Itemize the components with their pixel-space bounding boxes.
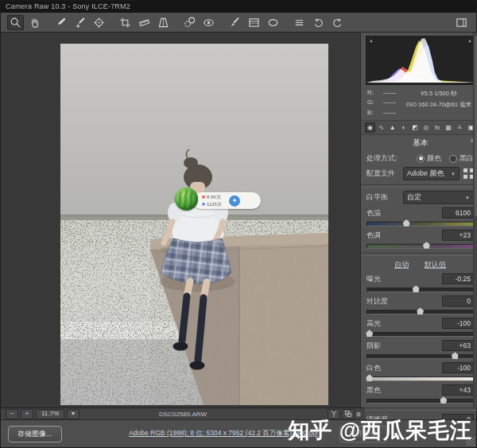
treatment-label: 处理方式: (366, 153, 398, 164)
highlight-clipping-indicator[interactable]: ▲ (467, 37, 472, 44)
tab-split-toning[interactable]: ◩ (409, 122, 420, 133)
divider (361, 184, 477, 187)
white-balance-tool[interactable] (52, 15, 69, 30)
panel-title: 基本 (413, 138, 429, 147)
toggle-fullscreen-button[interactable] (453, 15, 470, 30)
targeted-adjustment-tool[interactable] (91, 15, 107, 30)
panel-scrollbar[interactable] (473, 33, 477, 407)
basic-panel-body: 处理方式: 颜色黑白 配置文件 Adobe 颜色 ▼ 白平衡 自定 (361, 150, 477, 448)
slider-track[interactable] (366, 399, 474, 404)
slider-thumb[interactable] (440, 396, 447, 404)
shadow-clipping-indicator[interactable]: ▲ (369, 37, 374, 44)
slider-row: 白色 -100 (366, 362, 474, 373)
slider-value-field[interactable]: -100 (442, 362, 474, 373)
slider-track[interactable] (366, 377, 474, 381)
slider-label: 高光 (366, 319, 381, 329)
save-image-button[interactable]: 存储图像... (8, 426, 62, 442)
redeye-icon (203, 17, 215, 29)
red-eye-tool[interactable] (200, 15, 217, 30)
slider-thumb[interactable] (423, 241, 430, 249)
treatment-radio-1[interactable] (449, 155, 457, 163)
menu-icon (293, 17, 305, 29)
photo-preview[interactable]: 8.0K次 1126次 ✦ (60, 44, 328, 405)
rotate-right-button[interactable] (329, 15, 346, 30)
slider-value-field[interactable]: -0.25 (442, 273, 474, 284)
grad-icon (248, 17, 260, 29)
profile-dropdown[interactable]: Adobe 颜色 ▼ (403, 167, 460, 180)
auto-link[interactable]: 自动 (394, 260, 409, 270)
graduated-filter-tool[interactable] (246, 15, 262, 30)
tab-calibration[interactable]: ▦ (444, 122, 454, 133)
tab-effects[interactable]: fx (432, 122, 443, 133)
slider-track[interactable] (366, 222, 474, 226)
sticker-stat-row: 1126次 (202, 201, 248, 208)
tone-sliders: 曝光 -0.25 对比度 0 高光 -100 阴影 +63 白色 -100 黑色… (366, 273, 474, 404)
slider-row: 阴影 +63 (366, 340, 474, 351)
spot-removal-tool[interactable] (181, 15, 198, 30)
radial-icon (267, 17, 279, 29)
slider-thumb[interactable] (366, 330, 373, 337)
rgb-readout: R:——G:——B:—— (367, 88, 402, 118)
tab-lens-corrections[interactable]: ◎ (421, 122, 432, 133)
spot-icon (184, 17, 196, 29)
tab-presets[interactable]: ≡ (455, 122, 465, 133)
radial-filter-tool[interactable] (265, 15, 281, 30)
slider-value-field[interactable]: +43 (442, 384, 474, 396)
slider-track[interactable] (366, 288, 474, 292)
tab-tone-curve[interactable]: ∿ (376, 122, 386, 133)
divider (361, 407, 477, 411)
slider-thumb[interactable] (417, 307, 424, 315)
zoom-tool[interactable] (7, 15, 24, 30)
slider-value-field[interactable]: +63 (442, 340, 474, 351)
slider-thumb[interactable] (366, 374, 373, 381)
zoom-dropdown-arrow[interactable]: ▾ (67, 409, 80, 419)
zoom-in-button[interactable]: + (21, 409, 33, 419)
treatment-option-label: 黑白 (460, 153, 474, 164)
divider (361, 253, 477, 256)
hand-tool[interactable] (26, 15, 43, 30)
white-balance-dropdown[interactable]: 自定 ▼ (403, 191, 474, 204)
slider-label: 色调 (366, 230, 381, 241)
sticker-stats-pill: 8.0K次 1126次 (192, 192, 261, 209)
slider-thumb[interactable] (452, 352, 459, 359)
slider-label: 曝光 (366, 274, 381, 284)
preferences-button[interactable] (291, 15, 308, 30)
treatment-option-label: 颜色 (427, 153, 441, 164)
brush-icon (229, 17, 241, 29)
transform-tool[interactable] (155, 15, 172, 30)
crop-tool[interactable] (117, 15, 134, 30)
zhihu-watermark: 知乎 @西瓜呆毛汪 (288, 416, 472, 445)
tab-hsl[interactable]: ◐ (398, 122, 409, 133)
treatment-radio-0[interactable] (417, 155, 425, 163)
fullscreen-icon (456, 17, 467, 29)
slider-row: 曝光 -0.25 (366, 273, 474, 284)
slider-row: 色温 6100 (366, 207, 474, 218)
slider-value-field[interactable]: +23 (442, 230, 474, 241)
histogram-plot (366, 37, 475, 83)
slider-track[interactable] (366, 332, 474, 337)
slider-label: 对比度 (366, 296, 388, 307)
straighten-tool[interactable] (136, 15, 153, 30)
play-count-icon (202, 195, 205, 199)
slider-thumb[interactable] (403, 219, 410, 226)
tab-detail[interactable]: ▲ (387, 122, 398, 133)
profile-value: Adobe 颜色 (407, 168, 444, 179)
slider-thumb[interactable] (413, 285, 420, 292)
zoom-out-button[interactable]: − (6, 409, 18, 419)
target-icon (93, 17, 105, 29)
slider-track[interactable] (366, 354, 474, 359)
slider-value-field[interactable]: 0 (442, 295, 474, 307)
preview-canvas[interactable]: 8.0K次 1126次 ✦ (1, 33, 361, 407)
slider-track[interactable] (366, 244, 474, 249)
rotate-left-button[interactable] (310, 15, 327, 30)
adjustment-brush-tool[interactable] (227, 15, 243, 30)
slider-value-field[interactable]: 6100 (442, 207, 474, 218)
wb-sliders: 色温 6100 色调 +23 (366, 207, 474, 249)
color-sampler-tool[interactable] (72, 15, 88, 30)
slider-track[interactable] (366, 310, 474, 315)
slider-value-field[interactable]: -100 (442, 318, 474, 329)
default-link[interactable]: 默认值 (425, 260, 446, 270)
slider-row: 色调 +23 (366, 230, 474, 241)
zoom-level-select[interactable]: 11.7% (36, 409, 64, 419)
tab-basic[interactable]: ◉ (365, 122, 375, 133)
